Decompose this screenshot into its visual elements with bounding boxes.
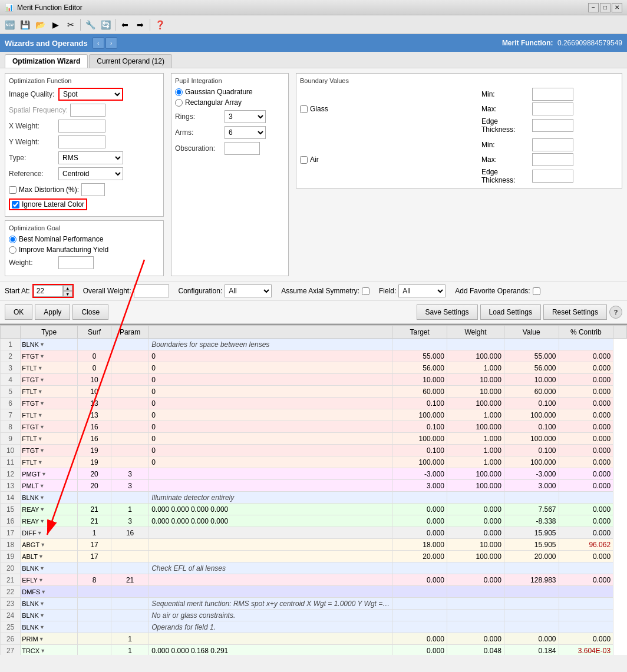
type-cell[interactable]: TRCX ▼ [21,645,78,656]
reset-settings-button[interactable]: Reset Settings [543,304,607,320]
glass-checkbox[interactable] [300,105,308,113]
col-surf-header[interactable]: Surf [78,326,111,339]
type-cell[interactable]: DIFF ▼ [21,527,78,539]
x-weight-input[interactable]: 1 [58,120,105,133]
gaussian-quadrature-radio[interactable] [175,88,183,96]
maximize-button[interactable]: □ [600,3,610,12]
type-cell[interactable]: FTLT ▼ [21,362,78,374]
save-settings-button[interactable]: Save Settings [417,304,478,320]
table-row[interactable]: 9FTLT ▼160100.0001.000100.0000.000 [1,433,627,445]
type-cell[interactable]: FTGT ▼ [21,445,78,456]
type-select[interactable]: RMS [58,151,123,164]
settings-button[interactable]: 🔧 [83,18,97,32]
table-row[interactable]: 11FTLT ▼190100.0001.000100.0000.000 [1,456,627,468]
new-button[interactable]: 🆕 [2,18,16,32]
type-cell[interactable]: BLNK ▼ [21,610,78,621]
air-max-input[interactable]: 1e+03 [532,153,573,166]
air-edge-input[interactable]: 0 [532,170,573,183]
type-cell[interactable]: ABLT ▼ [21,551,78,562]
table-row[interactable]: 2FTGT ▼0055.000100.00055.0000.000 [1,350,627,362]
table-row[interactable]: 18ABGT ▼1718.00010.00015.90596.062 [1,539,627,551]
type-cell[interactable]: PMGT ▼ [21,468,78,480]
type-cell[interactable]: EFLY ▼ [21,574,78,586]
run-button[interactable]: ▶ [48,18,62,32]
type-cell[interactable]: BLNK ▼ [21,492,78,504]
table-row[interactable]: 1BLNK ▼Boundaries for space between lens… [1,339,627,350]
type-cell[interactable]: FTGT ▼ [21,398,78,409]
minimize-button[interactable]: − [588,3,599,12]
ignore-lateral-color-checkbox[interactable] [12,201,19,208]
goal-weight-input[interactable]: 1 [58,256,94,269]
glass-min-input[interactable]: 0 [532,88,573,101]
table-row[interactable]: 25BLNK ▼Operands for field 1. [1,621,627,633]
nav-next-button[interactable]: › [105,37,117,49]
table-row[interactable]: 26PRIM ▼10.0000.0000.0000.000 [1,633,627,645]
tab-optimization-wizard[interactable]: Optimization Wizard [5,54,88,68]
col-type-header[interactable]: Type [21,326,78,339]
table-row[interactable]: 15REAY ▼2110.000 0.000 0.000 0.0000.0000… [1,504,627,515]
table-row[interactable]: 17DIFF ▼1160.0000.00015.9050.000 [1,527,627,539]
table-row[interactable]: 27TRCX ▼10.000 0.000 0.168 0.2910.0000.0… [1,645,627,656]
air-checkbox[interactable] [300,156,308,164]
grid-wrapper[interactable]: Type Surf Param Target Weight Value % Co… [0,325,627,655]
col-contrib-header[interactable]: % Contrib [559,326,613,339]
table-row[interactable]: 5FTLT ▼10060.00010.00060.0000.000 [1,386,627,398]
table-row[interactable]: 8FTGT ▼1600.100100.0000.1000.000 [1,421,627,433]
load-settings-button[interactable]: Load Settings [480,304,541,320]
table-row[interactable]: 4FTGT ▼10010.00010.00010.0000.000 [1,374,627,386]
help-toolbar-button[interactable]: ❓ [153,18,167,32]
col-target-header[interactable]: Target [392,326,447,339]
table-row[interactable]: 7FTLT ▼130100.0001.000100.0000.000 [1,409,627,421]
optimize-button[interactable]: ⬅ [118,18,132,32]
type-cell[interactable]: BLNK ▼ [21,339,78,350]
best-nominal-radio[interactable] [9,236,16,243]
glass-edge-input[interactable]: 0 [532,119,573,132]
help-button[interactable]: ? [609,306,622,319]
start-at-input[interactable]: 22 [34,285,63,297]
type-cell[interactable]: FTGT ▼ [21,374,78,386]
type-cell[interactable]: FTLT ▼ [21,386,78,398]
table-row[interactable]: 13PMLT ▼2033.000100.0003.0000.000 [1,480,627,492]
improve-yield-radio[interactable] [9,246,16,254]
table-row[interactable]: 14BLNK ▼Illuminate detector entirely [1,492,627,504]
type-cell[interactable]: FTLT ▼ [21,456,78,468]
type-cell[interactable]: BLNK ▼ [21,562,78,574]
col-weight-header[interactable]: Weight [447,326,504,339]
table-row[interactable]: 19ABLT ▼1720.000100.00020.0000.000 [1,551,627,562]
reference-select[interactable]: Centroid [58,167,123,180]
type-cell[interactable]: FTLT ▼ [21,409,78,421]
type-cell[interactable]: BLNK ▼ [21,621,78,633]
configuration-select[interactable]: All [225,284,272,297]
start-at-down[interactable]: ▼ [63,291,72,297]
type-cell[interactable]: FTGT ▼ [21,350,78,362]
air-min-input[interactable]: 0 [532,138,573,151]
y-weight-input[interactable]: 1 [58,135,105,148]
nav-prev-button[interactable]: ‹ [93,37,104,49]
type-cell[interactable]: PRIM ▼ [21,633,78,645]
rings-select[interactable]: 3 [225,110,266,123]
forward-button[interactable]: ➡ [133,18,147,32]
table-row[interactable]: 12PMGT ▼203-3.000100.000-3.0000.000 [1,468,627,480]
table-row[interactable]: 10FTGT ▼1900.1001.0000.1000.000 [1,445,627,456]
close-button[interactable]: ✕ [612,3,622,12]
tab-current-operand[interactable]: Current Operand (12) [89,54,172,68]
col-param-header[interactable]: Param [111,326,149,339]
table-row[interactable]: 6FTGT ▼1300.100100.0000.1000.000 [1,398,627,409]
open-button[interactable]: 📂 [33,18,47,32]
cut-button[interactable]: ✂ [64,18,78,32]
table-row[interactable]: 3FTLT ▼0056.0001.00056.0000.000 [1,362,627,374]
type-cell[interactable]: FTLT ▼ [21,433,78,445]
type-cell[interactable]: PMLT ▼ [21,480,78,492]
type-cell[interactable]: REAY ▼ [21,515,78,527]
type-cell[interactable]: DMFS ▼ [21,586,78,598]
start-at-up[interactable]: ▲ [63,285,72,291]
glass-max-input[interactable]: 1e+03 [532,102,573,115]
spatial-freq-input[interactable]: 30 [70,104,105,117]
type-cell[interactable]: REAY ▼ [21,504,78,515]
arms-select[interactable]: 6 [225,126,266,139]
table-row[interactable]: 21EFLY ▼8210.0000.000128.9830.000 [1,574,627,586]
ok-button[interactable]: OK [5,304,32,320]
table-row[interactable]: 24BLNK ▼No air or glass constraints. [1,610,627,621]
type-cell[interactable]: ABGT ▼ [21,539,78,551]
max-distortion-checkbox[interactable] [9,186,16,194]
